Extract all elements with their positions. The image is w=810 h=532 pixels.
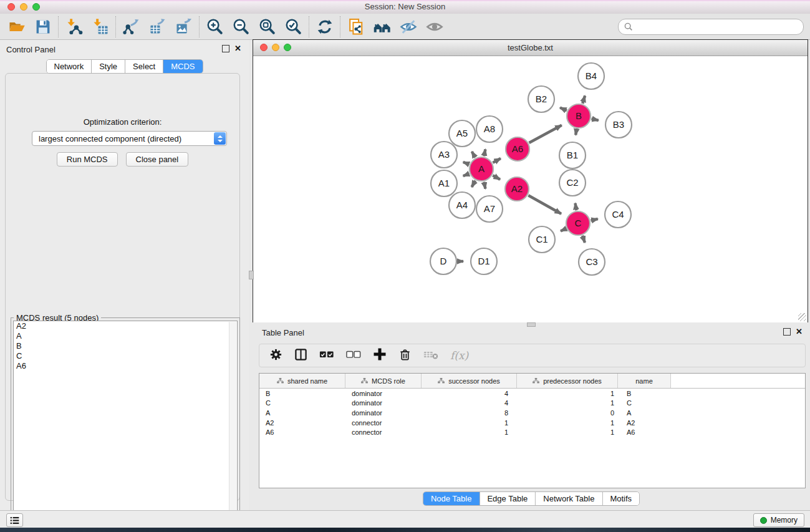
edge-A-A8[interactable] [484,149,485,156]
resize-grip[interactable] [798,313,806,321]
tab-motifs[interactable]: Motifs [602,492,639,505]
network-window-titlebar[interactable]: testGlobe.txt [253,40,808,56]
edge-B-B1[interactable] [576,129,577,135]
edge-C-C4[interactable] [591,219,598,220]
close-panel-icon[interactable]: ✕ [234,46,241,52]
table-row[interactable]: Adominator80A [259,408,805,418]
close-panel-button[interactable]: Close panel [126,152,189,167]
node-C[interactable]: C [566,211,590,235]
edge-A-A7[interactable] [484,182,485,189]
edge-A-A1[interactable] [463,174,470,177]
node-C3[interactable]: C3 [579,249,605,275]
home-icon[interactable] [369,16,395,38]
column-header-successor-nodes[interactable]: successor nodes [422,374,517,388]
edge-A-A3[interactable] [463,162,470,165]
import-table-icon[interactable] [87,16,113,38]
node-B1[interactable]: B1 [559,142,586,168]
edge-C-C2[interactable] [576,203,577,211]
delete-column-icon[interactable] [398,348,412,364]
open-file-icon[interactable] [4,16,30,38]
attribute-settings-icon[interactable] [269,348,282,364]
network-canvas[interactable]: B4B2BB3A8A5A6A3B1AA1C2A2A4A7C4CC1C3DD1 [253,56,808,322]
run-mcds-button[interactable]: Run MCDS [57,152,118,167]
export-network-icon[interactable] [118,16,145,38]
save-session-icon[interactable] [30,16,56,38]
tab-network[interactable]: Network [46,60,92,73]
node-A1[interactable]: A1 [431,170,457,196]
node-B3[interactable]: B3 [605,112,632,138]
refresh-icon[interactable] [312,16,338,38]
float-table-panel-icon[interactable] [783,328,791,336]
mcds-result-item[interactable]: C [14,351,237,361]
network-files-icon[interactable] [343,16,369,38]
import-network-icon[interactable] [61,16,87,38]
tab-network-table[interactable]: Network Table [536,492,602,505]
close-table-panel-icon[interactable]: ✕ [796,329,803,335]
node-A7[interactable]: A7 [476,196,503,222]
memory-button[interactable]: Memory [753,513,804,527]
mcds-result-item[interactable]: A [14,331,237,341]
show-graphics-details-icon[interactable] [422,16,448,38]
edge-B-B2[interactable] [560,108,567,111]
task-history-button[interactable] [6,513,23,527]
node-A2[interactable]: A2 [505,177,529,201]
edge-A-A5[interactable] [472,152,475,158]
search-field[interactable] [618,19,804,35]
edge-A-A4[interactable] [472,181,476,187]
edge-B-B4[interactable] [582,95,585,103]
network-graph[interactable]: B4B2BB3A8A5A6A3B1AA1C2A2A4A7C4CC1C3DD1 [253,56,808,322]
mcds-result-item[interactable]: A6 [14,361,237,371]
add-column-icon[interactable] [373,347,387,364]
node-B2[interactable]: B2 [528,86,554,112]
edge-A-A6[interactable] [493,158,500,163]
node-C2[interactable]: C2 [559,170,586,196]
table-row[interactable]: A2connector11A2 [259,418,805,428]
vertical-split-handle[interactable] [249,271,254,279]
export-image-icon[interactable] [171,16,197,38]
zoom-in-icon[interactable] [202,16,228,38]
mcds-result-item[interactable]: B [14,341,237,351]
delete-table-icon[interactable] [423,349,438,362]
zoom-fit-icon[interactable] [254,16,281,38]
node-A3[interactable]: A3 [431,142,457,168]
edge-B-B3[interactable] [592,118,599,120]
node-D[interactable]: D [430,248,456,274]
column-header-predecessor-nodes[interactable]: predecessor nodes [517,374,618,388]
tab-style[interactable]: Style [92,60,125,73]
float-panel-icon[interactable] [222,45,229,52]
criterion-dropdown[interactable]: largest connected component (directed) [32,131,227,146]
column-header-MCDS-role[interactable]: MCDS role [345,374,422,388]
node-A6[interactable]: A6 [506,137,529,161]
node-D1[interactable]: D1 [471,248,497,274]
edge-A6-B[interactable] [529,125,561,143]
zoom-out-icon[interactable] [228,16,254,38]
table-row[interactable]: A6connector11A6 [259,427,805,437]
edge-C-C1[interactable] [561,229,566,231]
table-row[interactable]: Cdominator41C [259,399,805,409]
table-row[interactable]: Bdominator41B [259,389,805,399]
result-list-scrollbar[interactable] [229,322,236,530]
node-C4[interactable]: C4 [605,201,631,228]
zoom-selected-icon[interactable] [281,16,307,38]
export-table-icon[interactable] [145,16,171,38]
edge-C-C3[interactable] [582,236,585,243]
node-A5[interactable]: A5 [449,120,475,147]
column-header-shared-name[interactable]: shared name [259,374,345,388]
tab-mcds[interactable]: MCDS [163,60,202,73]
mcds-result-list[interactable]: A2ABCA6 [13,321,238,531]
tab-edge-table[interactable]: Edge Table [480,492,536,505]
node-C1[interactable]: C1 [529,226,555,253]
tab-select[interactable]: Select [125,60,163,73]
column-header-name[interactable]: name [618,374,671,388]
select-all-icon[interactable] [319,350,334,361]
edge-A-A2[interactable] [493,175,500,180]
search-input[interactable] [636,21,803,33]
node-A4[interactable]: A4 [449,192,475,218]
node-B4[interactable]: B4 [578,63,604,89]
deselect-all-icon[interactable] [346,350,361,361]
hide-graphics-details-icon[interactable] [395,16,422,38]
node-A[interactable]: A [470,157,493,181]
tab-node-table[interactable]: Node Table [423,492,480,505]
node-A8[interactable]: A8 [476,116,503,142]
edge-A2-C[interactable] [528,195,561,214]
